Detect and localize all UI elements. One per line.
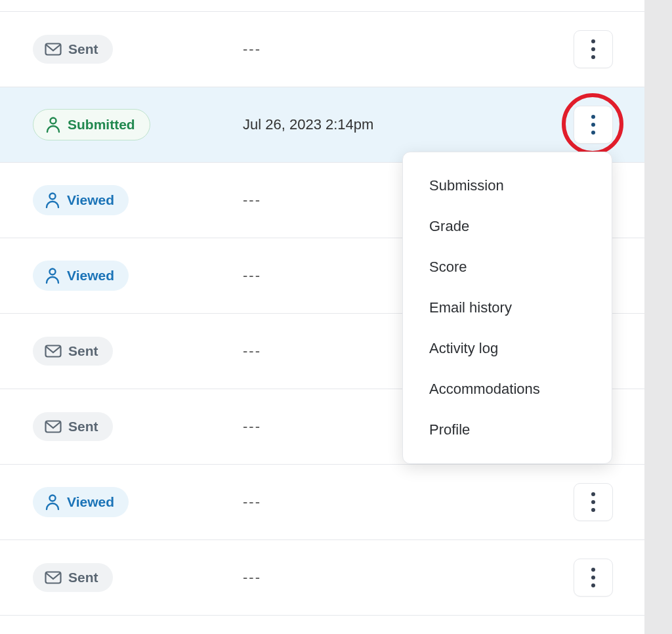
date-cell: ---	[243, 569, 261, 586]
kebab-icon	[591, 568, 595, 587]
date-cell: ---	[243, 41, 261, 58]
table-row	[0, 0, 644, 11]
status-label: Viewed	[67, 268, 114, 284]
row-actions-button[interactable]	[574, 559, 613, 597]
row-actions-button[interactable]	[574, 483, 613, 521]
menu-item-accommodations[interactable]: Accommodations	[403, 369, 612, 410]
table-row	[0, 615, 644, 628]
mail-icon	[45, 43, 62, 56]
status-label: Viewed	[67, 494, 114, 510]
kebab-icon	[591, 492, 595, 512]
person-icon	[45, 267, 60, 284]
table-row: Submitted Jul 26, 2023 2:14pm	[0, 87, 644, 162]
date-cell: ---	[243, 343, 261, 360]
status-badge-sent: Sent	[33, 35, 113, 64]
mail-icon	[45, 571, 62, 584]
menu-item-activity-log[interactable]: Activity log	[403, 328, 612, 369]
svg-point-3	[50, 269, 56, 275]
person-icon	[45, 192, 60, 209]
row-actions-button[interactable]	[574, 106, 613, 144]
status-label: Sent	[68, 343, 98, 359]
status-label: Sent	[68, 570, 98, 585]
menu-item-submission[interactable]: Submission	[403, 165, 612, 206]
table-row: Sent ---	[0, 539, 644, 615]
date-cell: Jul 26, 2023 2:14pm	[243, 116, 373, 133]
submissions-list: Sent --- Submitted Jul 26, 2023 2:14pm	[0, 0, 644, 634]
table-row: Sent ---	[0, 11, 644, 87]
date-cell: ---	[243, 267, 261, 284]
status-label: Sent	[68, 419, 98, 434]
row-actions-menu: Submission Grade Score Email history Act…	[402, 152, 612, 464]
status-badge-sent: Sent	[33, 412, 113, 441]
table-row: Viewed ---	[0, 464, 644, 539]
date-cell: ---	[243, 494, 261, 511]
mail-icon	[45, 345, 62, 358]
date-cell: ---	[243, 192, 261, 209]
status-label: Sent	[68, 41, 98, 57]
status-badge-submitted: Submitted	[33, 109, 150, 140]
svg-point-1	[51, 118, 56, 124]
kebab-icon	[591, 39, 595, 59]
status-badge-sent: Sent	[33, 337, 113, 366]
svg-point-2	[50, 194, 56, 200]
status-badge-viewed: Viewed	[33, 261, 129, 291]
kebab-icon	[591, 115, 595, 135]
status-badge-viewed: Viewed	[33, 185, 129, 215]
svg-point-6	[50, 496, 56, 501]
date-cell: ---	[243, 418, 261, 435]
menu-item-score[interactable]: Score	[403, 247, 612, 287]
status-label: Submitted	[68, 117, 135, 133]
person-icon	[45, 116, 61, 133]
status-badge-sent: Sent	[33, 563, 113, 592]
mail-icon	[45, 420, 62, 433]
menu-item-email-history[interactable]: Email history	[403, 287, 612, 328]
row-actions-button[interactable]	[574, 30, 613, 68]
menu-item-grade[interactable]: Grade	[403, 206, 612, 247]
status-label: Viewed	[67, 192, 114, 208]
person-icon	[45, 494, 60, 511]
status-badge-viewed: Viewed	[33, 487, 129, 517]
menu-item-profile[interactable]: Profile	[403, 410, 612, 450]
